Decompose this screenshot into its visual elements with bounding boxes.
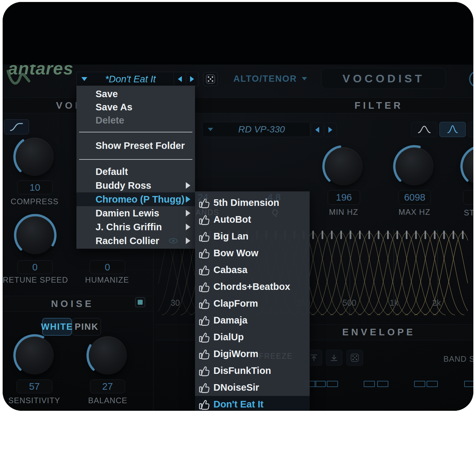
model-prev-button[interactable] <box>311 123 323 137</box>
thumbs-up-icon <box>198 332 211 343</box>
arrow-down-bar-icon <box>330 353 338 362</box>
band-shift-box[interactable] <box>327 381 338 387</box>
model-dropdown[interactable]: RD VP-330 <box>202 122 310 137</box>
thumbs-up-icon <box>198 231 211 242</box>
submenu-item-cabasa[interactable]: Cabasa <box>195 262 310 278</box>
band-shift-box[interactable] <box>427 381 438 387</box>
thumbs-up-icon <box>198 214 211 225</box>
submenu-item-digiworm[interactable]: DigiWorm <box>195 346 310 362</box>
filter-section-title: FILTER <box>339 100 418 111</box>
sensitivity-knob[interactable] <box>15 336 54 375</box>
thumbs-up-icon <box>198 248 211 259</box>
balance-knob[interactable] <box>89 336 127 375</box>
screenshot-root: antares VOICE FILTER *Don't Eat It <box>0 0 476 476</box>
eye-icon <box>169 238 178 244</box>
voice-type-label: ALTO/TENOR <box>234 74 297 84</box>
submenu-item-bow-wow[interactable]: Bow Wow <box>195 245 310 262</box>
band-shift-box[interactable] <box>377 381 388 387</box>
thumbs-up-icon <box>198 382 211 393</box>
balance-value[interactable]: 27 <box>90 379 125 393</box>
menu-item-save-as[interactable]: Save As <box>76 100 195 114</box>
submenu-arrow-icon <box>186 210 190 216</box>
stereo-knob-clipped[interactable] <box>462 147 473 185</box>
thumbs-up-icon <box>198 265 211 276</box>
submenu-item-damaja[interactable]: Damaja <box>195 312 310 329</box>
thumbs-up-icon <box>198 399 211 410</box>
thumbs-up-icon <box>198 349 211 360</box>
noise-section-title: NOISE <box>35 298 110 309</box>
dice-icon <box>206 74 215 84</box>
freq-label-500: 500 <box>343 298 356 308</box>
filter-shape-wide-button[interactable] <box>411 122 437 137</box>
compress-value[interactable]: 10 <box>17 181 53 194</box>
menu-item-rachel-collier[interactable]: Rachel Collier <box>76 234 195 248</box>
sensitivity-value[interactable]: 57 <box>16 379 52 393</box>
submenu-arrow-icon <box>186 182 190 189</box>
preset-dropdown-icon[interactable] <box>81 77 87 81</box>
model-dropdown-icon <box>208 128 213 131</box>
submenu-item-dnoisesir[interactable]: DNoiseSir <box>195 379 310 396</box>
menu-item-show-preset-folder[interactable]: Show Preset Folder <box>76 139 195 153</box>
lowpass-curve-button[interactable] <box>4 119 29 134</box>
submenu-item-dialup[interactable]: DialUp <box>195 329 310 346</box>
min-hz-knob[interactable] <box>324 147 363 185</box>
min-hz-label: MIN HZ <box>321 208 367 217</box>
freq-label-1k: 1k <box>390 298 398 308</box>
preset-prev-button[interactable] <box>174 72 186 86</box>
submenu-item-big-lan[interactable]: Big Lan <box>195 228 310 245</box>
submenu-item-disfunktion[interactable]: DisFunkTion <box>195 362 310 379</box>
submenu-item-autobot[interactable]: AutoBot <box>195 211 310 228</box>
menu-item-default[interactable]: Default <box>76 165 195 179</box>
submenu-item-5th-dimension[interactable]: 5th Dimension <box>195 194 310 211</box>
filter-shape-narrow-button[interactable] <box>439 122 466 137</box>
randomize-preset-button[interactable] <box>203 72 218 86</box>
menu-item-delete: Delete <box>76 113 195 127</box>
retune-speed-value[interactable]: 0 <box>17 260 53 274</box>
band-shift-box[interactable] <box>315 381 326 387</box>
min-hz-value[interactable]: 196 <box>328 190 360 205</box>
thumbs-up-icon <box>198 197 211 209</box>
menu-item-damien-lewis[interactable]: Damien Lewis <box>76 206 195 220</box>
envelope-section-title: ENVELOPE <box>333 327 425 338</box>
preset-menu: Save Save As Delete Show Preset Folder D… <box>76 86 195 249</box>
menu-item-chromeo[interactable]: Chromeo (P Thugg) <box>76 192 195 206</box>
preset-selector[interactable]: *Don't Eat It <box>76 72 198 86</box>
menu-separator <box>79 132 192 132</box>
chevron-down-icon <box>302 77 307 80</box>
model-value: RD VP-330 <box>213 124 310 135</box>
max-hz-value[interactable]: 6098 <box>399 190 431 205</box>
model-next-button[interactable] <box>324 123 337 137</box>
max-hz-knob[interactable] <box>395 147 434 185</box>
top-black-band <box>3 2 473 65</box>
preset-next-button[interactable] <box>186 72 198 86</box>
compress-knob[interactable] <box>15 138 54 176</box>
filter-shape-third-button-clipped[interactable] <box>468 122 473 137</box>
submenu-item-chords-beatbox[interactable]: Chords+Beatbox <box>195 278 310 295</box>
menu-item-j-chris-griffin[interactable]: J. Chris Griffin <box>76 220 195 234</box>
band-shift-box[interactable] <box>414 381 425 387</box>
stereo-value-clipped[interactable] <box>463 190 473 205</box>
band-shift-box[interactable] <box>464 381 473 387</box>
humanize-value[interactable]: 0 <box>90 260 125 274</box>
voice-type-dropdown[interactable]: ALTO/TENOR <box>231 71 310 87</box>
sensitivity-label: SENSITIVITY <box>6 396 63 405</box>
noise-enable-checkbox[interactable] <box>135 297 145 307</box>
preset-name[interactable]: *Don't Eat It <box>87 74 174 85</box>
envelope-download-button[interactable] <box>326 350 342 366</box>
menu-item-buddy-ross[interactable]: Buddy Ross <box>76 179 195 192</box>
retune-speed-label: RETUNE SPEED <box>3 275 71 285</box>
submenu-arrow-icon <box>186 224 190 230</box>
submenu-item-don-t-eat-it[interactable]: Don't Eat It <box>195 396 310 411</box>
band-shift-box[interactable] <box>364 381 375 387</box>
max-hz-label: MAX HZ <box>391 208 437 217</box>
submenu-arrow-icon <box>186 196 190 203</box>
retune-speed-knob[interactable] <box>16 216 54 254</box>
submenu-item-clapform[interactable]: ClapForm <box>195 295 310 312</box>
stereo-label-clipped: ST <box>464 208 473 217</box>
menu-separator <box>79 159 192 160</box>
envelope-randomize-button[interactable] <box>347 350 363 366</box>
freq-label-2k: 2k <box>432 298 441 308</box>
plugin-title-panel: VOCODIST <box>321 68 446 89</box>
thumbs-up-icon <box>198 365 211 377</box>
menu-item-save[interactable]: Save <box>76 87 195 101</box>
